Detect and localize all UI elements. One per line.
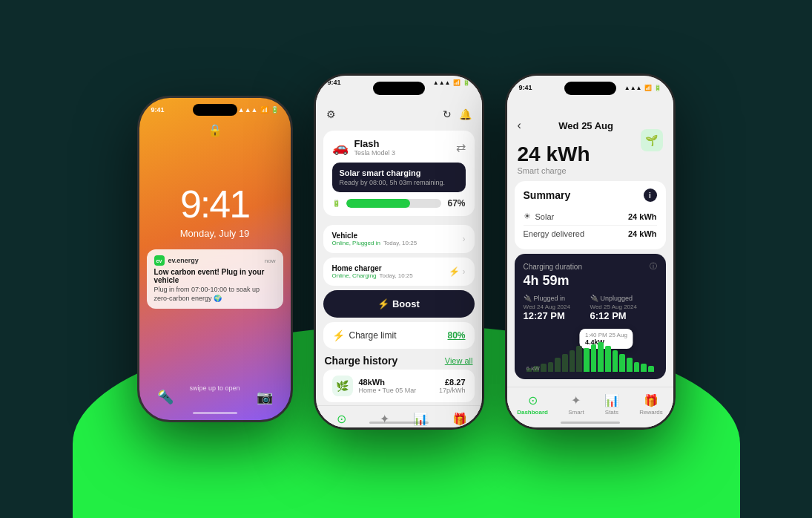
summary-row-solar: ☀ Solar 24 kWh [524,208,657,226]
chart-bar [541,364,547,372]
nav-smart[interactable]: ✦ Smart [377,412,392,427]
status-time-left: 9:41 [151,106,165,114]
charge-limit-value: 80% [447,330,465,341]
nav-right-rewards-icon: 🎁 [644,393,658,407]
green-badge: 🌱 [641,129,663,151]
history-viewall[interactable]: View all [445,356,473,365]
chart-bar [591,344,597,372]
chart-bar [598,342,604,372]
notch-center [373,82,425,95]
nav-right-stats[interactable]: 📊 Stats [604,393,619,416]
unplug-date: Wed 25 Aug 2024 [590,304,657,310]
solar-sub: Ready by 08:00, 5h 03m remaining. [340,179,458,186]
header-right-icons: ↻ 🔔 [443,108,472,120]
chart-bar [613,350,618,372]
summary-header: Summary i [524,188,657,202]
charge-limit-row[interactable]: ⚡ Charge limit 80% [323,322,475,349]
phone-center: 9:41 ▲▲▲ 📶 🔋 ⚙ ↻ 🔔 🚗 [314,73,484,430]
vehicle-status: Online, Plugged in [332,240,380,246]
nav-right-dashboard-label: Dashboard [517,409,548,416]
nav-right-stats-icon: 📊 [604,393,619,407]
lock-screen: 9:41 ▲▲▲ 📶 🔋 🔒 9:41 Monday, July 19 [139,98,291,420]
bottom-nav-center: ⊙ Dashboard ✦ Smart 📊 Stats 🎁 Rewards [316,405,482,427]
nav-right-smart-icon: ✦ [571,393,581,407]
nav-right-rewards[interactable]: 🎁 Rewards [639,393,663,416]
history-item[interactable]: 🌿 48kWh Home • Tue 05 Mar £8.27 17p/kWh [323,370,475,402]
battery-icon-right: 🔋 [654,85,661,91]
refresh-icon[interactable]: ↻ [443,108,452,120]
history-price: £8.27 [439,378,466,387]
unplug-time: 6:12 PM [590,310,657,321]
dashboard-screen: 9:41 ▲▲▲ 📶 🔋 ⚙ ↻ 🔔 🚗 [316,76,482,427]
home-indicator-right [561,422,620,424]
chart-bar [627,358,633,372]
car-model: Tesla Model 3 [354,149,396,157]
charger-label: Home charger [332,264,413,272]
nav-rewards-icon: 🎁 [452,412,467,426]
car-name: Flash [354,138,396,149]
summary-row-energy: Energy delivered 24 kWh [524,226,657,242]
unplug-col: 🔌 Unplugged Wed 25 Aug 2024 6:12 PM [590,295,657,321]
signal-icon-left: ▲▲▲ [238,106,258,114]
car-tune-icon[interactable]: ⇄ [456,140,466,154]
nav-right-dashboard[interactable]: ⊙ Dashboard [517,393,548,416]
chart-kw-label: 6 kW [527,365,540,372]
lock-time: 9:41 Monday, July 19 [139,182,291,239]
history-leaf-icon: 🌿 [332,376,353,396]
tooltip-date: 1:40 PM 25 Aug [585,332,627,338]
home-indicator-center [369,422,429,424]
summary-info-icon[interactable]: i [644,188,657,202]
car-icon: 🚗 [332,140,349,156]
vehicle-row[interactable]: Vehicle Online, Plugged in Today, 10:25 … [323,225,475,253]
notch-left [193,104,237,116]
car-section: 🚗 Flash Tesla Model 3 ⇄ Solar smart char… [323,131,475,216]
nav-right-smart[interactable]: ✦ Smart [568,393,584,416]
battery-small-icon: 🔋 [332,200,340,207]
unplug-label: Unplugged [601,295,633,302]
plug-in-col: 🔌 Plugged in Wed 24 Aug 2024 12:27 PM [524,295,590,321]
detail-type: Smart charge [518,166,663,175]
battery-row: 🔋 67% [332,198,466,209]
summary-title: Summary [524,189,571,201]
boost-button[interactable]: ⚡ Boost [323,290,475,318]
charge-limit-icon: ⚡ [332,330,345,341]
bell-icon[interactable]: 🔔 [459,108,472,120]
solar-icon: ☀ [524,212,531,221]
notch-right [564,82,616,95]
nav-dashboard[interactable]: ⊙ Dashboard [326,412,357,427]
car-row: 🚗 Flash Tesla Model 3 ⇄ [332,138,466,157]
history-header: Charge history View all [316,349,482,370]
charging-duration: 4h 59m [524,273,657,289]
swipe-up-text: swipe up to open [139,384,291,392]
chart-bar [605,346,611,372]
nav-right-dashboard-icon: ⊙ [528,393,538,407]
charger-status: Online, Charging [332,272,377,279]
nav-rewards[interactable]: 🎁 Rewards [448,412,472,427]
status-icons-right: ▲▲▲ 📶 🔋 [624,85,661,91]
lock-date: Monday, July 19 [139,228,291,239]
phone-right: 9:41 ▲▲▲ 📶 🔋 ‹ Wed 25 Aug 24 kWh Smart c… [505,73,676,430]
charger-time: Today, 10:25 [380,272,413,279]
lock-big-time: 9:41 [139,182,291,226]
charging-info-icon[interactable]: ⓘ [650,261,657,272]
battery-icon-center: 🔋 [463,79,470,86]
plug-row: 🔌 Plugged in Wed 24 Aug 2024 12:27 PM 🔌 … [524,295,657,321]
battery-pct: 67% [447,198,465,209]
wifi-icon-center: 📶 [453,79,461,86]
settings-icon[interactable]: ⚙ [326,108,336,120]
chart-bar [562,354,568,372]
notif-title: Low carbon event! Plug in your vehicle [154,268,276,284]
summary-section: Summary i ☀ Solar 24 kWh Energy delivere… [515,181,666,249]
history-location: Home • Tue 05 Mar [359,387,417,394]
chart-bar [641,364,647,372]
nav-stats-icon: 📊 [413,412,428,426]
chart-bar [576,346,582,372]
battery-bar-bg [346,199,442,208]
notif-header: ev ev.energy now [154,255,276,266]
nav-stats[interactable]: 📊 Stats [413,412,428,427]
history-rate: 17p/kWh [439,387,466,394]
notif-app-icon: ev [154,255,165,266]
notif-time: now [265,258,276,264]
back-button[interactable]: ‹ [518,119,521,132]
home-charger-row[interactable]: Home charger Online, Charging Today, 10:… [323,258,475,286]
